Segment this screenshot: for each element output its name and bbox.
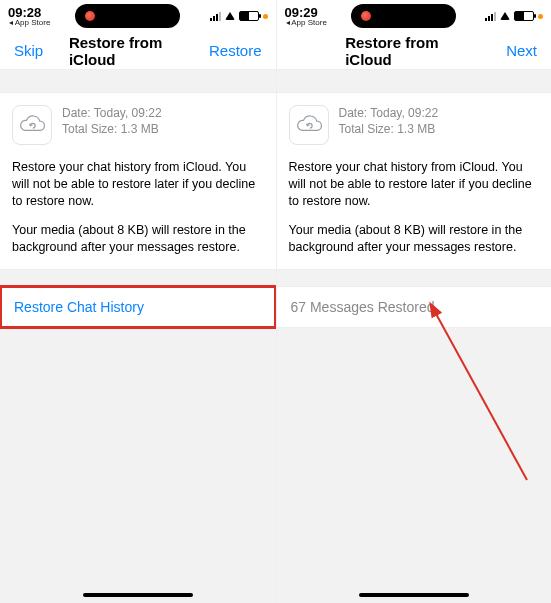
backup-size: Total Size: 1.3 MB	[339, 121, 439, 137]
page-title: Restore from iCloud	[345, 34, 482, 68]
wifi-icon	[225, 12, 235, 20]
annotation-arrow-icon	[417, 300, 547, 500]
restore-button[interactable]: Restore	[209, 42, 262, 59]
skip-button[interactable]: Skip	[14, 42, 60, 59]
record-icon	[85, 11, 95, 21]
wifi-icon	[500, 12, 510, 20]
status-bar: 09:29 App Store	[277, 0, 552, 32]
home-indicator[interactable]	[359, 593, 469, 597]
phone-left: 09:28 App Store Skip Restore from iCloud…	[0, 0, 276, 603]
restore-description-2: Your media (about 8 KB) will restore in …	[12, 222, 264, 256]
restore-description-1: Restore your chat history from iCloud. Y…	[12, 159, 264, 210]
cellular-icon	[210, 11, 221, 21]
cloud-restore-icon	[289, 105, 329, 145]
backup-date: Date: Today, 09:22	[62, 105, 162, 121]
restore-description-2: Your media (about 8 KB) will restore in …	[289, 222, 540, 256]
messages-restored-status: 67 Messages Restored	[277, 286, 552, 328]
backup-date: Date: Today, 09:22	[339, 105, 439, 121]
record-icon	[361, 11, 371, 21]
next-button[interactable]: Next	[491, 42, 537, 59]
nav-bar: Skip Restore from iCloud Restore	[0, 32, 276, 70]
phone-right: 09:29 App Store Restore from iCloud Next	[276, 0, 552, 603]
status-time: 09:28	[8, 6, 50, 19]
status-back-app[interactable]: App Store	[8, 19, 50, 27]
status-time: 09:29	[285, 6, 327, 19]
screen-recording-pill[interactable]	[75, 4, 180, 28]
cloud-restore-icon	[12, 105, 52, 145]
mic-indicator-icon	[263, 14, 268, 19]
screen-recording-pill[interactable]	[351, 4, 456, 28]
restore-info-card: Date: Today, 09:22 Total Size: 1.3 MB Re…	[0, 92, 276, 270]
page-title: Restore from iCloud	[69, 34, 207, 68]
status-bar: 09:28 App Store	[0, 0, 276, 32]
mic-indicator-icon	[538, 14, 543, 19]
restore-info-card: Date: Today, 09:22 Total Size: 1.3 MB Re…	[277, 92, 552, 270]
cellular-icon	[485, 11, 496, 21]
restore-description-1: Restore your chat history from iCloud. Y…	[289, 159, 540, 210]
messages-restored-label: 67 Messages Restored	[291, 299, 435, 315]
svg-line-0	[435, 312, 527, 480]
nav-bar: Restore from iCloud Next	[277, 32, 552, 70]
battery-icon	[239, 11, 259, 21]
home-indicator[interactable]	[83, 593, 193, 597]
status-back-app[interactable]: App Store	[285, 19, 327, 27]
backup-size: Total Size: 1.3 MB	[62, 121, 162, 137]
restore-chat-history-label: Restore Chat History	[14, 299, 144, 315]
battery-icon	[514, 11, 534, 21]
restore-chat-history-button[interactable]: Restore Chat History	[0, 286, 276, 328]
